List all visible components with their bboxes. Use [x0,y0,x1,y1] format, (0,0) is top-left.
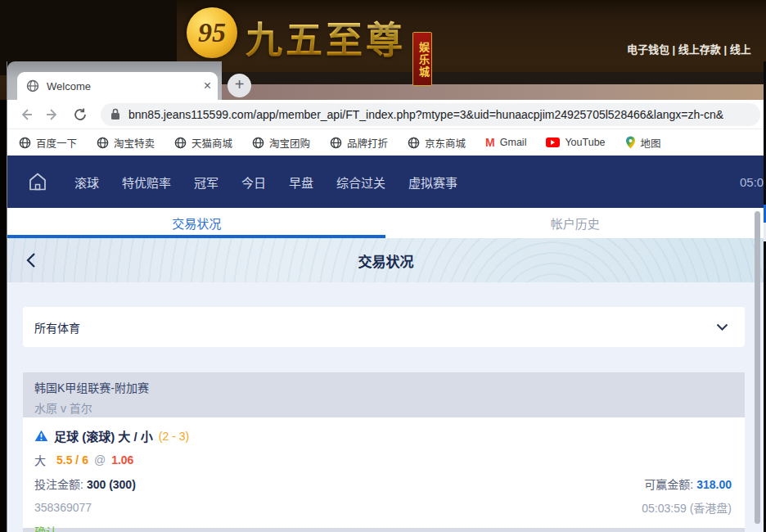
scrollbar-thumb[interactable] [755,211,760,524]
bet-details: 足球 (滚球) 大 / 小 (2 - 3) 大 5.5 / 6 @ 1.06 投… [23,417,745,528]
screen: 95 九五至尊 娱乐城 电子钱包 | 线上存款 | 线上 Welcome × + [0,0,766,532]
bookmark-brand-discount[interactable]: 品牌打折 [330,135,388,151]
filter-selected-value: 所有体育 [34,319,716,336]
bookmark-maps[interactable]: 地图 [625,135,661,151]
bookmark-label: 淘宝特卖 [114,135,155,151]
bookmark-jd[interactable]: 京东商城 [408,135,466,151]
bet-status-confirmed: 确认 [34,523,57,532]
bet-side: 大 [34,452,46,468]
bookmark-label: 京东商城 [425,135,466,151]
banner-links[interactable]: 电子钱包 | 线上存款 | 线上 [627,41,751,56]
gmail-icon: M [485,136,495,149]
nav-item-today[interactable]: 今日 [241,174,266,191]
globe-icon [97,137,109,149]
bookmark-label: 百度一下 [36,135,77,151]
bet-odds: 1.06 [111,453,133,467]
back-chevron-icon[interactable] [25,252,37,268]
stake-label: 投注金额: [34,478,83,491]
tab-account-history[interactable]: 帐户历史 [386,208,764,238]
content-area: 所有体育 韩国K甲组联赛-附加赛 水原 v 首尔 [7,282,764,532]
globe-icon [330,137,342,149]
browser-tab[interactable]: Welcome × [17,72,218,100]
bet-record-card: 韩国K甲组联赛-附加赛 水原 v 首尔 足球 (滚球) 大 / 小 (2 - 3… [23,372,745,532]
bookmark-youtube[interactable]: YouTube [546,137,605,148]
win-value: 318.00 [696,478,732,491]
nav-item-rolling[interactable]: 滚球 [74,174,99,191]
nav-menu: 滚球 特优赔率 冠军 今日 早盘 综合过关 虚拟赛事 [74,174,457,191]
match-teams: 水原 v 首尔 [34,399,733,416]
sport-filter-dropdown[interactable]: 所有体育 [23,307,745,347]
bookmark-label: 品牌打折 [347,135,388,151]
bookmark-label: 地图 [641,135,661,151]
globe-icon [174,137,187,149]
home-icon[interactable] [27,171,48,192]
bet-line: 5.5 / 6 [56,453,88,467]
page-title: 交易状况 [7,250,764,271]
bookmark-label: Gmail [500,137,527,148]
tab-close-icon[interactable]: × [204,79,211,92]
page-header: 交易状况 [7,238,764,282]
new-tab-button[interactable]: + [228,74,251,97]
forward-arrow-icon[interactable] [45,107,60,122]
page-tabs: 交易状况 帐户历史 [7,208,764,238]
globe-icon [252,137,264,149]
browser-window: Welcome × + bnn85.jeans115599.com/app [7,61,764,532]
casino-logo-title: 九五至尊 [246,11,406,64]
bookmark-gmail[interactable]: M Gmail [485,136,526,149]
bookmarks-bar: 百度一下 淘宝特卖 天猫商城 淘宝团购 品牌打折 京东商城 [7,129,764,156]
url-field[interactable]: bnn85.jeans115599.com/app/member_api/FT_… [101,103,760,126]
nav-item-early[interactable]: 早盘 [289,174,313,191]
address-bar: bnn85.jeans115599.com/app/member_api/FT_… [7,100,764,129]
sports-navbar: 滚球 特优赔率 冠军 今日 早盘 综合过关 虚拟赛事 05:04:1 [7,156,764,208]
globe-icon [408,137,420,149]
lock-icon [110,108,120,120]
nav-clock: 05:04:1 [740,175,764,189]
bet-time: 05:03:59 (香港盘) [642,499,732,516]
logo-95-icon: 95 [187,7,237,58]
url-text: bnn85.jeans115599.com/app/member_api/FT_… [128,108,723,121]
at-sign: @ [94,453,106,467]
globe-favicon-icon [26,79,39,92]
next-card-edge [23,528,745,532]
reload-icon[interactable] [73,107,88,122]
tab-title: Welcome [47,80,204,92]
bookmark-taobao-group[interactable]: 淘宝团购 [252,135,310,151]
bet-match-header: 韩国K甲组联赛-附加赛 水原 v 首尔 [23,372,745,417]
bookmark-tmall[interactable]: 天猫商城 [174,135,232,151]
nav-item-champion[interactable]: 冠军 [194,174,219,191]
tab-transaction-status[interactable]: 交易状况 [7,208,386,238]
nav-item-special-odds[interactable]: 特优赔率 [122,174,171,191]
tab-strip: Welcome × [7,61,222,100]
market-score: (2 - 3) [159,430,189,443]
league-name: 韩国K甲组联赛-附加赛 [34,379,733,395]
nav-item-parlay[interactable]: 综合过关 [336,174,385,191]
chevron-down-icon [716,323,728,331]
maps-pin-icon [625,136,636,149]
globe-icon [19,137,31,149]
bookmark-label: 天猫商城 [192,135,232,151]
bookmark-taobao-sale[interactable]: 淘宝特卖 [97,135,155,151]
warning-icon [34,430,48,442]
bet-id: 358369077 [34,501,92,514]
youtube-icon [546,138,560,147]
back-arrow-icon[interactable] [19,107,34,122]
bookmark-baidu[interactable]: 百度一下 [19,135,77,151]
market-name: 足球 (滚球) 大 / 小 [54,427,153,444]
bookmark-label: YouTube [565,137,605,148]
nav-item-virtual[interactable]: 虚拟赛事 [408,174,457,191]
bookmark-label: 淘宝团购 [269,135,310,151]
win-label: 可赢金额: [644,478,693,491]
stake-value: 300 (300) [87,478,136,491]
